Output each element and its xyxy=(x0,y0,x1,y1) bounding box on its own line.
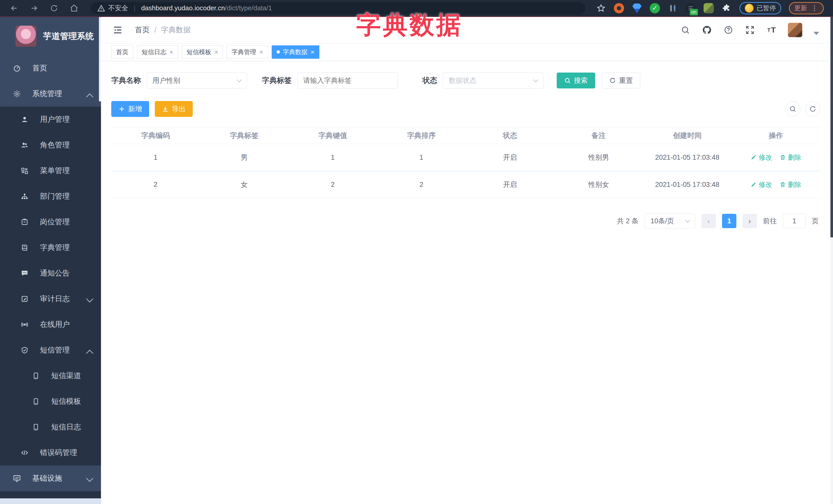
delete-link[interactable]: 删除 xyxy=(780,153,801,162)
search-button[interactable]: 搜索 xyxy=(557,73,595,89)
fullscreen-icon[interactable] xyxy=(745,25,755,35)
extension-on-badge-icon[interactable]: on xyxy=(686,3,696,13)
bookmark-star-icon[interactable] xyxy=(596,3,606,13)
page-scrollbar[interactable] xyxy=(830,17,833,504)
sidebar-item-audit-log[interactable]: 审计日志 xyxy=(0,286,101,312)
close-icon[interactable]: × xyxy=(259,49,263,55)
edit-link[interactable]: 修改 xyxy=(751,180,772,189)
extension-toggles-icon[interactable] xyxy=(668,3,678,13)
home-icon[interactable] xyxy=(69,3,79,13)
sidebar-item-home[interactable]: 首页 xyxy=(0,55,101,81)
tab-dict-data[interactable]: 字典数据 × xyxy=(272,45,319,59)
page-size-select[interactable]: 10条/页 xyxy=(645,214,695,229)
forward-icon[interactable] xyxy=(29,3,39,13)
edit-link[interactable]: 修改 xyxy=(751,153,772,162)
sidebar-collapse-icon[interactable] xyxy=(112,25,123,35)
search-icon[interactable] xyxy=(680,25,690,35)
sidebar-item-sms-log[interactable]: 短信日志 xyxy=(0,414,101,440)
toggle-search-button[interactable] xyxy=(785,101,800,116)
reset-button[interactable]: 重置 xyxy=(602,73,640,89)
app-logo-row[interactable]: 芋道管理系统 xyxy=(0,17,101,55)
app-logo-image xyxy=(15,26,37,47)
dict-name-select[interactable]: 用户性别 xyxy=(147,72,247,89)
delete-link[interactable]: 删除 xyxy=(780,180,801,189)
extension-gem-icon[interactable] xyxy=(632,3,642,13)
extensions-puzzle-icon[interactable] xyxy=(721,3,732,13)
sidebar-item-label: 系统管理 xyxy=(32,89,62,99)
sidebar-item-menu-management[interactable]: 菜单管理 xyxy=(0,158,101,184)
goto-page-input[interactable] xyxy=(783,214,806,228)
sidebar-item-error-code[interactable]: 错误码管理 xyxy=(0,440,101,465)
font-size-icon[interactable]: TT xyxy=(766,25,777,35)
close-icon[interactable]: × xyxy=(311,49,314,55)
sidebar-item-dict-management[interactable]: 字典管理 xyxy=(0,235,101,261)
status-select[interactable]: 数据状态 xyxy=(443,72,543,89)
extension-check-icon[interactable]: ✓ xyxy=(650,3,660,13)
sidebar-scrollbar[interactable] xyxy=(99,17,101,101)
main-area: 首页 / 字典数据 TT xyxy=(101,17,830,504)
security-label[interactable]: 不安全 xyxy=(108,4,128,13)
sidebar-item-sms-channel[interactable]: 短信渠道 xyxy=(0,363,101,389)
monitor-icon xyxy=(12,474,22,482)
tab-dict-management[interactable]: 字典管理 × xyxy=(227,45,268,59)
tab-home[interactable]: 首页 xyxy=(111,45,133,59)
sidebar-item-user-management[interactable]: 用户管理 xyxy=(0,106,101,132)
back-icon[interactable] xyxy=(9,3,19,13)
sidebar-item-role-management[interactable]: 角色管理 xyxy=(0,132,101,158)
tab-sms-template[interactable]: 短信模板 × xyxy=(182,45,223,59)
profile-paused-chip[interactable]: 已暂停 xyxy=(739,2,781,14)
column-header: 状态 xyxy=(466,127,554,144)
table-header-row: 字典编码 字典标签 字典键值 字典排序 状态 备注 创建时间 操作 xyxy=(111,127,820,144)
next-page-button[interactable]: › xyxy=(742,214,757,228)
help-icon[interactable] xyxy=(723,25,734,35)
sidebar-item-infrastructure[interactable]: 基础设施 xyxy=(0,465,101,491)
github-icon[interactable] xyxy=(702,25,712,35)
cell-actions: 修改 删除 xyxy=(732,144,820,171)
status-placeholder: 数据状态 xyxy=(449,76,476,85)
export-button[interactable]: 导出 xyxy=(155,101,193,117)
cell-created-time: 2021-01-05 17:03:48 xyxy=(643,171,732,198)
refresh-table-button[interactable] xyxy=(805,101,820,116)
refresh-icon xyxy=(609,77,616,84)
extension-robot-icon[interactable] xyxy=(704,3,714,13)
sidebar-item-system-management[interactable]: 系统管理 xyxy=(0,81,101,106)
sidebar-item-label: 通知公告 xyxy=(40,268,70,279)
sidebar-item-sms-management[interactable]: 短信管理 xyxy=(0,337,101,363)
browser-menu-icon[interactable]: ⋮ xyxy=(811,4,818,12)
reload-icon[interactable] xyxy=(49,3,59,13)
address-bar[interactable]: 不安全 | dashboard.yudao.iocoder.cn /dict/t… xyxy=(91,2,586,14)
sidebar-item-online-users[interactable]: 在线用户 xyxy=(0,312,101,337)
tab-sms-log[interactable]: 短信日志 × xyxy=(137,45,178,59)
dict-data-table: 字典编码 字典标签 字典键值 字典排序 状态 备注 创建时间 操作 1 男 1 … xyxy=(111,127,820,198)
browser-update-button[interactable]: 更新 ⋮ xyxy=(789,2,824,14)
sidebar-item-label: 用户管理 xyxy=(40,114,70,125)
sidebar-item-sms-template[interactable]: 短信模板 xyxy=(0,389,101,414)
trash-icon xyxy=(780,154,786,161)
chevron-up-icon xyxy=(86,93,93,100)
prev-page-button[interactable]: ‹ xyxy=(701,214,716,228)
dict-tag-label: 字典标签 xyxy=(262,75,292,86)
tab-label: 字典管理 xyxy=(232,48,256,56)
update-label: 更新 xyxy=(794,4,807,12)
caret-down-icon[interactable] xyxy=(813,32,819,35)
add-button[interactable]: 新增 xyxy=(111,101,149,117)
dict-name-value: 用户性别 xyxy=(152,76,180,85)
extension-orange-icon[interactable] xyxy=(614,3,624,13)
url-host[interactable]: dashboard.yudao.iocoder.cn xyxy=(141,4,225,12)
user-avatar[interactable] xyxy=(788,23,802,37)
breadcrumb-home[interactable]: 首页 xyxy=(135,25,150,35)
table-row: 2 女 2 2 开启 性别女 2021-01-05 17:03:48 修改 xyxy=(111,171,820,198)
dict-tag-input[interactable] xyxy=(297,72,398,89)
close-icon[interactable]: × xyxy=(214,49,218,55)
sidebar-item-post-management[interactable]: 岗位管理 xyxy=(0,209,101,235)
cell-dict-code: 2 xyxy=(111,171,200,198)
close-icon[interactable]: × xyxy=(169,49,173,55)
page-scrollbar-thumb[interactable] xyxy=(830,17,833,237)
current-page-button[interactable]: 1 xyxy=(722,214,736,228)
cell-remark: 性别女 xyxy=(554,171,643,198)
user-icon xyxy=(20,116,30,123)
status-label: 状态 xyxy=(422,75,437,86)
sidebar-item-notice[interactable]: 通知公告 xyxy=(0,261,101,286)
sidebar-item-department-management[interactable]: 部门管理 xyxy=(0,184,101,209)
delete-link-label: 删除 xyxy=(788,180,801,189)
